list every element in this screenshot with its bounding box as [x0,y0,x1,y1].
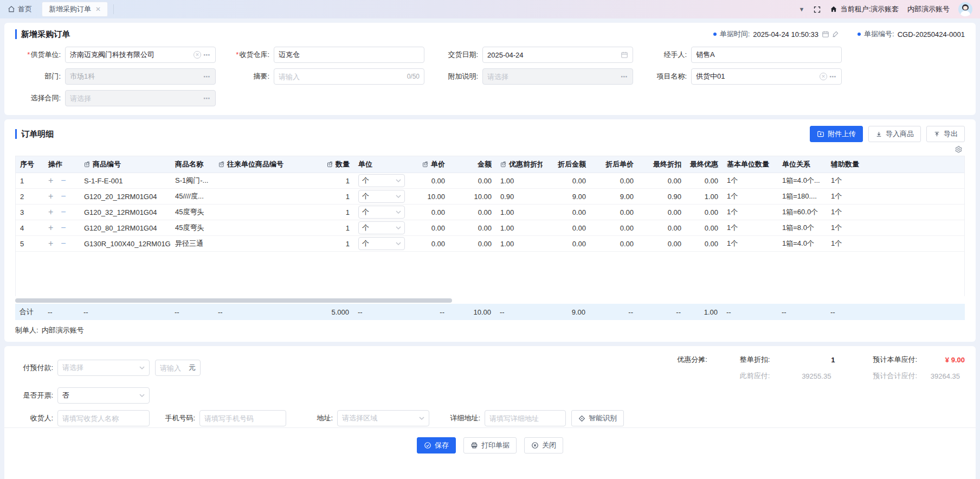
whole-discount-value[interactable]: 1 [770,356,835,364]
tenant-home-icon [830,5,837,13]
receiver-input[interactable] [57,410,150,426]
add-row-button[interactable]: + [48,239,53,248]
add-row-button[interactable]: + [48,223,53,233]
doc-time-dot [713,33,717,36]
unit-select[interactable]: 个 [358,174,405,187]
close-button[interactable]: 关闭 [524,437,563,454]
cell: 1个 [827,220,870,235]
column-header-15: 单位关系 [778,156,827,173]
cell: 10.00 [409,189,449,204]
add-row-button[interactable]: + [48,191,53,201]
doc-no-value: CGD-20250424-0001 [898,30,965,39]
more-icon[interactable]: ⋯ [203,94,211,103]
contract-input[interactable]: ⋯ [65,90,216,106]
table-empty-area [15,252,965,296]
export-button[interactable]: 导出 [926,126,965,142]
total-cell: -- [353,304,409,320]
department-field: 部门: ⋯ [15,68,224,85]
more-icon[interactable]: ⋯ [203,51,211,59]
home-icon [8,5,15,13]
remove-row-button[interactable]: − [61,223,66,233]
order-header-card: 新增采购订单 单据时间: 2025-04-24 10:50:33 单据编号: [4,23,976,115]
project-label: 项目名称: [641,72,691,81]
cell: 0.00 [686,173,723,188]
prepay-amount-input[interactable]: 元 [155,360,201,376]
clear-icon[interactable]: ✕ [194,51,201,59]
clear-icon[interactable]: ✕ [820,73,827,80]
edit-column-icon [500,161,507,168]
home-tab[interactable]: 首页 [8,4,32,14]
prepay-select[interactable]: 请选择 [57,360,150,376]
cell: 0.00 [543,220,590,235]
fullscreen-icon[interactable] [813,5,821,14]
tab-divider [113,4,114,14]
print-button[interactable]: 打印单据 [463,437,517,454]
current-tenant[interactable]: 当前租户:演示账套 [830,4,899,14]
address-detail-label: 详细地址: [438,413,485,423]
avatar[interactable] [958,2,972,16]
row-actions-cell: +− [44,236,80,251]
horizontal-scrollbar[interactable] [15,298,965,303]
grand-total-label: 预计合计应付: [873,371,917,381]
remove-row-button[interactable]: − [61,176,66,186]
edit-time-icon[interactable] [831,30,839,38]
remove-row-button[interactable]: − [61,207,66,217]
summary-label: 摘要: [224,72,274,81]
unit-select[interactable]: 个 [358,206,405,219]
total-cell: -- [495,304,542,320]
discount-share-label: 优惠分摊: [677,355,707,365]
project-input[interactable]: ✕⋯ [691,68,842,85]
unit-select[interactable]: 个 [358,237,405,250]
calendar-icon[interactable] [621,51,628,59]
warehouse-input[interactable] [274,47,424,63]
add-row-button[interactable]: + [48,176,53,186]
row-filler [870,220,964,235]
supplier-input[interactable]: ✕⋯ [65,47,216,63]
cell: 1.00 [496,205,543,220]
cell: 0.00 [590,236,638,251]
scrollbar-thumb[interactable] [15,298,452,303]
more-icon[interactable]: ⋯ [621,73,628,81]
tab-new-purchase-order[interactable]: 新增采购订单 ✕ [42,2,108,17]
attachment-upload-button[interactable]: 附件上传 [810,126,863,142]
unit-cell: 个 [354,220,409,235]
row-actions-cell: +− [44,189,80,204]
smart-recognition-label: 智能识别 [589,413,617,423]
handler-input[interactable] [691,47,842,63]
extra-note-input[interactable]: ⋯ [482,68,633,85]
save-button[interactable]: 保存 [417,437,456,454]
remove-row-button[interactable]: − [61,191,66,201]
row-filler [870,173,964,188]
import-products-button[interactable]: 导入商品 [868,126,921,142]
cell: 0.00 [590,220,638,235]
address-detail-input[interactable] [485,410,566,426]
department-input[interactable]: ⋯ [65,68,216,85]
chevron-down-icon[interactable]: ▼ [798,6,804,12]
cell: 0.00 [686,236,723,251]
account-name[interactable]: 内部演示账号 [907,4,950,14]
invoice-select[interactable]: 否 [57,387,150,404]
remove-row-button[interactable]: − [61,239,66,248]
cell: G120_20_12RM01G04 [80,189,171,204]
cell: 1个 [827,173,870,188]
add-row-button[interactable]: + [48,207,53,217]
more-icon[interactable]: ⋯ [203,73,211,81]
unit-select[interactable]: 个 [358,221,405,234]
table-settings-gear-icon[interactable] [955,145,963,154]
cell: 1.00 [686,189,723,204]
delivery-date-input[interactable] [482,47,633,63]
cell: G130R_100X40_12RM01G04 [80,236,171,251]
warehouse-field: *收货仓库: [224,47,433,63]
phone-input[interactable] [199,410,286,426]
previous-payable-label: 此前应付: [740,371,770,381]
unit-select[interactable]: 个 [358,190,405,203]
tab-close-icon[interactable]: ✕ [95,5,101,13]
smart-recognition-button[interactable]: 智能识别 [571,410,624,426]
summary-input[interactable]: 0/50 [274,68,424,85]
address-region-select[interactable]: 请选择区域 [337,410,429,426]
row-filler [870,205,964,220]
calendar-icon[interactable] [822,30,829,38]
address-label: 地址: [299,413,337,423]
more-icon[interactable]: ⋯ [829,73,837,81]
table-row: 1+−S-1-F-E-001S-1阀门-...1个0.000.001.000.0… [16,173,964,189]
